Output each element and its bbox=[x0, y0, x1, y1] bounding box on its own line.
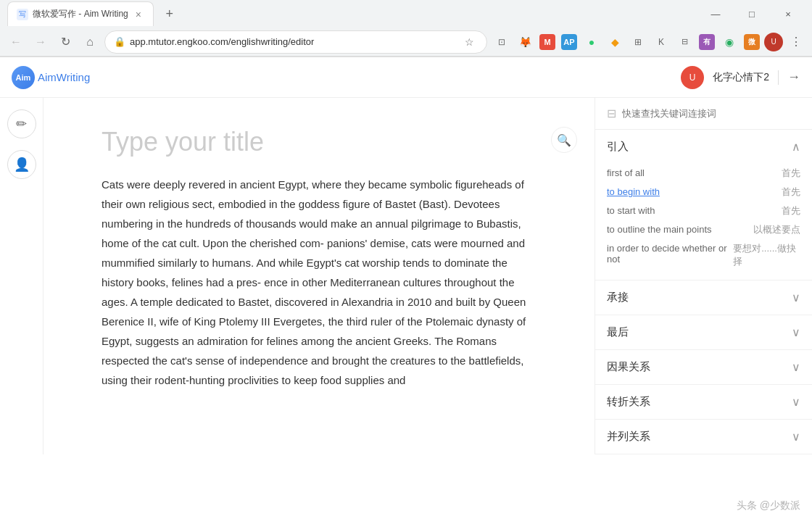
header-user-avatar-browser[interactable]: U bbox=[764, 33, 783, 51]
url-text: app.mtutor.engkoo.com/englishwriting/edi… bbox=[130, 36, 456, 47]
lock-icon: 🔒 bbox=[114, 36, 125, 47]
phrase-row-5: in order to decide whether or not 要想对...… bbox=[607, 239, 800, 271]
ext-icon-5[interactable]: ● bbox=[581, 32, 602, 52]
home-button[interactable]: ⌂ bbox=[80, 32, 100, 52]
header-right: U 化字心情下2 → bbox=[681, 66, 800, 89]
ext-icon-10[interactable]: 有 bbox=[699, 34, 715, 50]
ext-icon-1[interactable]: ⊡ bbox=[492, 32, 512, 52]
section-intro-title: 引入 bbox=[607, 140, 629, 154]
browser-extensions: ⊡ 🦊 M AP ● ◆ ⊞ K ⊟ 有 ◉ 微 U ⋮ bbox=[492, 32, 806, 52]
window-controls: — □ × bbox=[699, 3, 805, 25]
section-parallel: 并列关系 ∨ bbox=[595, 420, 812, 454]
minimize-button[interactable]: — bbox=[699, 3, 732, 25]
reload-button[interactable]: ↻ bbox=[55, 32, 75, 52]
ext-icon-7[interactable]: ⊞ bbox=[628, 32, 648, 52]
phrase-row-4: to outline the main points 以概述要点 bbox=[607, 220, 800, 239]
address-bar: ← → ↻ ⌂ 🔒 app.mtutor.engkoo.com/englishw… bbox=[0, 28, 812, 57]
section-cause-effect-chevron: ∨ bbox=[792, 360, 800, 374]
phrase-sections: 引入 ∧ first of all 首先 to begin with 首先 to… bbox=[595, 130, 812, 454]
close-button[interactable]: × bbox=[771, 3, 805, 25]
phrase-zh-2: 首先 bbox=[782, 186, 800, 199]
url-actions: ☆ bbox=[460, 33, 478, 51]
back-button[interactable]: ← bbox=[6, 32, 26, 52]
section-cause-effect-header[interactable]: 因果关系 ∨ bbox=[595, 350, 812, 384]
logo-abbr: Aim bbox=[16, 73, 31, 82]
tab-close-button[interactable]: × bbox=[133, 9, 144, 20]
panel-search: ⊟ bbox=[595, 98, 812, 130]
section-contrast-chevron: ∨ bbox=[792, 395, 800, 409]
side-tools: ✏ 👤 bbox=[0, 98, 44, 454]
section-finally-chevron: ∨ bbox=[792, 325, 800, 339]
bookmark-icon[interactable]: ☆ bbox=[460, 33, 478, 51]
section-transition-chevron: ∨ bbox=[792, 291, 800, 304]
editor-content[interactable]: Cats were deeply revered in ancient Egyp… bbox=[102, 175, 536, 390]
section-finally-header[interactable]: 最后 ∨ bbox=[595, 315, 812, 349]
phrase-en-2[interactable]: to begin with bbox=[607, 186, 660, 197]
header-divider bbox=[778, 70, 779, 85]
phrase-en-4[interactable]: to outline the main points bbox=[607, 224, 712, 235]
pencil-icon: ✏ bbox=[16, 116, 27, 132]
section-intro-header[interactable]: 引入 ∧ bbox=[595, 130, 812, 164]
active-tab[interactable]: 写 微软爱写作 - Aim Writing × bbox=[7, 1, 154, 26]
phrase-row-3: to start with 首先 bbox=[607, 201, 800, 220]
phrase-en-3[interactable]: to start with bbox=[607, 205, 655, 216]
app-logo: Aim AimWriting bbox=[12, 66, 90, 89]
ext-icon-6[interactable]: ◆ bbox=[605, 32, 625, 52]
phrase-zh-1: 首先 bbox=[782, 167, 800, 180]
section-cause-effect: 因果关系 ∨ bbox=[595, 350, 812, 385]
maximize-button[interactable]: □ bbox=[735, 3, 768, 25]
section-parallel-title: 并列关系 bbox=[607, 430, 650, 444]
phrase-zh-5: 要想对......做抉择 bbox=[733, 242, 800, 268]
section-parallel-chevron: ∨ bbox=[792, 430, 800, 444]
forward-button[interactable]: → bbox=[30, 32, 51, 52]
section-transition-header[interactable]: 承接 ∨ bbox=[595, 280, 812, 315]
watermark: 头条 @少数派 bbox=[737, 499, 800, 512]
phrase-en-5[interactable]: in order to decide whether or not bbox=[607, 243, 733, 265]
phrase-row-2: to begin with 首先 bbox=[607, 183, 800, 201]
user-avatar: U bbox=[681, 66, 704, 89]
phrase-row-1: first of all 首先 bbox=[607, 164, 800, 183]
person-icon: 👤 bbox=[14, 157, 30, 172]
section-intro: 引入 ∧ first of all 首先 to begin with 首先 to… bbox=[595, 130, 812, 280]
section-cause-effect-title: 因果关系 bbox=[607, 360, 650, 374]
panel-search-input[interactable] bbox=[622, 108, 800, 119]
section-intro-chevron: ∧ bbox=[792, 140, 800, 154]
title-bar: 写 微软爱写作 - Aim Writing × + — □ × bbox=[0, 0, 812, 28]
section-contrast: 转折关系 ∨ bbox=[595, 385, 812, 420]
ext-icon-8[interactable]: K bbox=[651, 32, 671, 52]
ext-icon-12[interactable]: 微 bbox=[744, 34, 760, 50]
section-intro-content: first of all 首先 to begin with 首先 to star… bbox=[595, 164, 812, 280]
ext-icon-3[interactable]: M bbox=[539, 34, 555, 50]
right-panel: ⊟ 引入 ∧ first of all 首先 to begin with bbox=[594, 98, 812, 454]
section-parallel-header[interactable]: 并列关系 ∨ bbox=[595, 420, 812, 454]
editor-search-button[interactable]: 🔍 bbox=[551, 127, 577, 153]
ext-icon-2[interactable]: 🦊 bbox=[515, 32, 535, 52]
ext-icon-4[interactable]: AP bbox=[561, 34, 577, 50]
tab-title: 微软爱写作 - Aim Writing bbox=[33, 8, 128, 20]
app-header: Aim AimWriting U 化字心情下2 → bbox=[0, 57, 812, 98]
section-contrast-title: 转折关系 bbox=[607, 395, 650, 409]
section-transition-title: 承接 bbox=[607, 291, 629, 304]
person-tool-button[interactable]: 👤 bbox=[7, 150, 36, 179]
section-transition: 承接 ∨ bbox=[595, 280, 812, 315]
logout-button[interactable]: → bbox=[787, 70, 800, 85]
main-content: ✏ 👤 Type your title Cats were deeply rev… bbox=[0, 98, 812, 454]
phrase-zh-4: 以概述要点 bbox=[753, 223, 800, 236]
menu-button[interactable]: ⋮ bbox=[786, 32, 806, 52]
user-name: 化字心情下2 bbox=[713, 71, 769, 84]
logo-text: AimWriting bbox=[38, 71, 90, 83]
tab-favicon: 写 bbox=[17, 9, 28, 20]
editor-title-placeholder[interactable]: Type your title bbox=[102, 127, 536, 157]
logo-circle: Aim bbox=[12, 66, 35, 89]
panel-search-icon: ⊟ bbox=[607, 107, 616, 120]
browser-chrome: 写 微软爱写作 - Aim Writing × + — □ × ← → ↻ ⌂ … bbox=[0, 0, 812, 57]
section-contrast-header[interactable]: 转折关系 ∨ bbox=[595, 385, 812, 419]
phrase-en-1[interactable]: first of all bbox=[607, 167, 645, 178]
section-finally: 最后 ∨ bbox=[595, 315, 812, 350]
ext-icon-9[interactable]: ⊟ bbox=[674, 32, 695, 52]
editor-area[interactable]: Type your title Cats were deeply revered… bbox=[44, 98, 594, 454]
new-tab-button[interactable]: + bbox=[160, 4, 180, 24]
pencil-tool-button[interactable]: ✏ bbox=[7, 109, 36, 138]
ext-icon-11[interactable]: ◉ bbox=[719, 32, 740, 52]
url-bar[interactable]: 🔒 app.mtutor.engkoo.com/englishwriting/e… bbox=[104, 30, 487, 54]
